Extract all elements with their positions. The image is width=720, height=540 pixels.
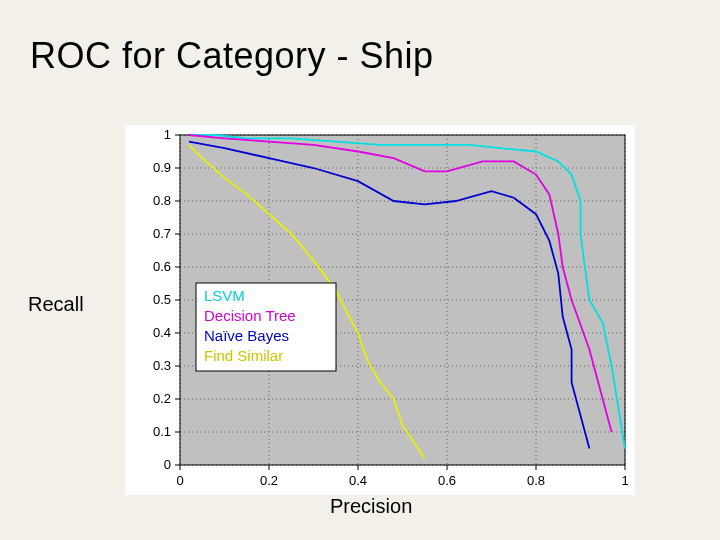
svg-text:0.8: 0.8 — [527, 473, 545, 488]
svg-text:0.5: 0.5 — [153, 292, 171, 307]
svg-text:0.3: 0.3 — [153, 358, 171, 373]
svg-text:0.4: 0.4 — [349, 473, 367, 488]
svg-text:0.2: 0.2 — [260, 473, 278, 488]
svg-text:0.7: 0.7 — [153, 226, 171, 241]
svg-text:0.9: 0.9 — [153, 160, 171, 175]
y-axis-label: Recall — [28, 293, 84, 316]
svg-text:0.6: 0.6 — [438, 473, 456, 488]
chart-container: 00.20.40.60.8100.10.20.30.40.50.60.70.80… — [125, 125, 635, 495]
legend-item-1: Decision Tree — [204, 307, 296, 324]
roc-chart: 00.20.40.60.8100.10.20.30.40.50.60.70.80… — [125, 125, 635, 495]
page-title: ROC for Category - Ship — [30, 35, 434, 77]
slide: ROC for Category - Ship Recall 00.20.40.… — [0, 0, 720, 540]
svg-text:1: 1 — [621, 473, 628, 488]
x-axis-label: Precision — [330, 495, 412, 518]
svg-text:0: 0 — [176, 473, 183, 488]
legend-item-0: LSVM — [204, 287, 245, 304]
svg-text:0.1: 0.1 — [153, 424, 171, 439]
legend-item-2: Naïve Bayes — [204, 327, 289, 344]
svg-text:1: 1 — [164, 127, 171, 142]
svg-text:0: 0 — [164, 457, 171, 472]
svg-text:0.2: 0.2 — [153, 391, 171, 406]
svg-text:0.6: 0.6 — [153, 259, 171, 274]
svg-text:0.8: 0.8 — [153, 193, 171, 208]
svg-text:0.4: 0.4 — [153, 325, 171, 340]
legend-item-3: Find Similar — [204, 347, 283, 364]
